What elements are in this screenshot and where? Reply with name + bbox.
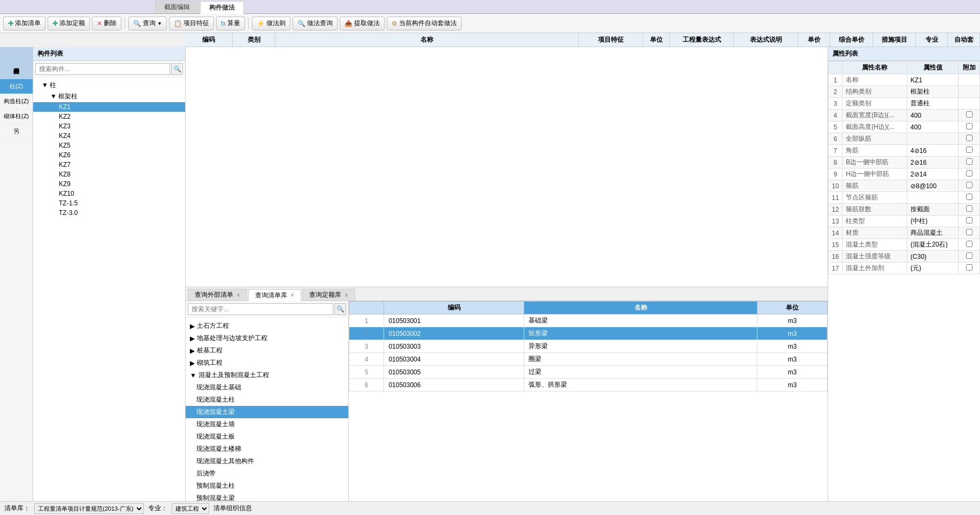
- result-row[interactable]: 5 010503005 过梁 m3: [349, 366, 828, 379]
- close-external-list[interactable]: ×: [236, 291, 240, 299]
- qt-item-concrete[interactable]: ▼混凝土及预制混凝土工程: [186, 369, 348, 381]
- main-table-header: 编码 类别 名称 项目特征 单位 工程量表达式 表达式说明 单价 综合单价 措施…: [185, 33, 980, 47]
- col-category: 类别: [233, 33, 275, 47]
- tree-item-kz7[interactable]: KZ7: [33, 160, 185, 170]
- col-exprdesc: 表达式说明: [734, 33, 798, 47]
- add-quota-button[interactable]: ✚ 添加定额: [48, 17, 90, 30]
- qt-item-precast-beam[interactable]: 预制混凝土梁: [186, 492, 348, 501]
- close-query-list[interactable]: ×: [290, 291, 294, 299]
- result-col-num: [349, 302, 384, 314]
- props-row: 1 名称 KZ1: [829, 74, 980, 86]
- add-list-button[interactable]: ✚ 添加清单: [3, 17, 45, 30]
- tree-item-kz2[interactable]: KZ2: [33, 112, 185, 121]
- tree-item-tz30[interactable]: TZ-3.0: [33, 208, 185, 218]
- tree-item-kuangjia[interactable]: ▼ 框架柱: [33, 91, 185, 102]
- bottom-area: 查询外部清单 × 查询清单库 × 查询定额库 ×: [186, 287, 828, 501]
- result-row[interactable]: 2 010503002 矩形梁 m3: [349, 327, 828, 340]
- component-search-bar: 🔍: [33, 61, 185, 78]
- qt-item-cast-other[interactable]: 现浇混凝土其他构件: [186, 455, 348, 467]
- props-row: 10 箍筋 ⊘8@100: [829, 180, 980, 192]
- tree-item-tz15[interactable]: TZ-1.5: [33, 198, 185, 208]
- rule-query-button[interactable]: 🔍 做法查询: [293, 17, 338, 30]
- query-search-button[interactable]: 🔍: [334, 303, 346, 315]
- query-button[interactable]: 🔍 查询 ▼: [128, 17, 167, 30]
- tree-item-kz10[interactable]: KZ10: [33, 189, 185, 198]
- extract-button[interactable]: 📤 提取做法: [340, 17, 385, 30]
- qt-item-pile[interactable]: ▶桩基工程: [186, 344, 348, 357]
- qt-item-cast-slab[interactable]: 现浇混凝土板: [186, 431, 348, 443]
- tree-item-kz8[interactable]: KZ8: [33, 170, 185, 179]
- rule-button[interactable]: ⚡ 做法则: [252, 17, 290, 30]
- qt-item-precast-column[interactable]: 预制混凝土柱: [186, 480, 348, 492]
- qt-item-cast-beam[interactable]: 现浇混凝土梁: [186, 406, 348, 418]
- props-row: 3 定额类别 普通柱: [829, 98, 980, 110]
- tree-item-kz6[interactable]: KZ6: [33, 150, 185, 160]
- list-db-select[interactable]: 工程量清单项目计量规范(2013-广东): [34, 503, 144, 514]
- props-panel-title: 属性列表: [828, 47, 980, 61]
- specialty-select[interactable]: 建筑工程: [172, 503, 209, 514]
- qt-item-cast-wall[interactable]: 现浇混凝土墙: [186, 418, 348, 431]
- tab-query-quota-db[interactable]: 查询定额库 ×: [302, 289, 355, 301]
- query-search-bar: 🔍: [186, 301, 348, 318]
- calc-icon: fx: [221, 20, 226, 27]
- result-row[interactable]: 3 010503003 异形梁 m3: [349, 340, 828, 353]
- result-col-name: 名称: [524, 302, 757, 314]
- tree-item-kz5[interactable]: KZ5: [33, 141, 185, 150]
- props-row: 13 柱类型 (中柱): [829, 216, 980, 227]
- props-row: 9 H边一侧中部筋 2⊘14: [829, 168, 980, 180]
- component-search-button[interactable]: 🔍: [171, 63, 183, 75]
- col-unitprice: 单价: [798, 33, 830, 47]
- props-row: 14 材质 商品混凝土: [829, 227, 980, 239]
- tab-section-edit[interactable]: 截面编辑: [155, 1, 199, 13]
- props-row: 8 B边一侧中部筋 2⊘16: [829, 157, 980, 168]
- tab-component-method[interactable]: 构件做法: [200, 1, 244, 14]
- add2-icon: ✚: [52, 20, 58, 27]
- tree-item-kz1[interactable]: KZ1: [33, 102, 185, 112]
- type-construct-column[interactable]: 构造柱(Z): [0, 94, 33, 109]
- result-row[interactable]: 6 010503006 弧形、拱形梁 m3: [349, 379, 828, 391]
- query-search-input[interactable]: [188, 303, 333, 315]
- bottom-tab-bar: 查询外部清单 × 查询清单库 × 查询定额库 ×: [186, 287, 828, 301]
- rule-icon: ⚡: [257, 20, 265, 27]
- delete-icon: ✕: [97, 20, 102, 27]
- qt-item-cast-stair[interactable]: 现浇混凝土楼梯: [186, 443, 348, 455]
- qt-item-earthwork[interactable]: ▶土石方工程: [186, 320, 348, 332]
- tree-item-zhu[interactable]: ▼ 柱: [33, 80, 185, 91]
- close-query-quota[interactable]: ×: [344, 291, 348, 299]
- qt-item-post-pour[interactable]: 后浇带: [186, 467, 348, 480]
- qt-item-foundation-support[interactable]: ▶地基处理与边坡支护工程: [186, 332, 348, 344]
- delete-button[interactable]: ✕ 删除: [92, 17, 121, 30]
- tab-query-list-db[interactable]: 查询清单库 ×: [248, 289, 301, 301]
- tree-item-kz4[interactable]: KZ4: [33, 131, 185, 141]
- props-row: 16 混凝土强度等级 (C30): [829, 251, 980, 263]
- center-panel: 查询外部清单 × 查询清单库 × 查询定额库 ×: [186, 47, 828, 501]
- col-name: 名称: [275, 33, 579, 47]
- type-other[interactable]: 另: [0, 124, 33, 139]
- tree-item-kz3[interactable]: KZ3: [33, 121, 185, 131]
- type-masonry-column[interactable]: 砌体柱(Z): [0, 109, 33, 124]
- col-feature: 项目特征: [579, 33, 643, 47]
- col-code: 编码: [185, 33, 233, 47]
- tab-external-list[interactable]: 查询外部清单 ×: [188, 289, 247, 301]
- list-org-info: 清单组织信息: [213, 504, 252, 513]
- component-list-panel: 构件列表 🔍 ▼ 柱 ▼ 框架柱 KZ1 KZ2 KZ3 KZ4 KZ5 KZ6…: [33, 47, 186, 501]
- props-col-num: [829, 62, 843, 74]
- qt-item-cast-column[interactable]: 现浇混凝土柱: [186, 394, 348, 406]
- result-row[interactable]: 1 010503001 基础梁 m3: [349, 314, 828, 327]
- component-search-input[interactable]: [35, 63, 170, 75]
- col-unit: 单位: [643, 33, 670, 47]
- tree-item-kz9[interactable]: KZ9: [33, 179, 185, 189]
- feature-button[interactable]: 📋 项目特征: [169, 17, 214, 30]
- calc-button[interactable]: fx 算量: [216, 17, 245, 30]
- qt-item-masonry[interactable]: ▶砌筑工程: [186, 357, 348, 369]
- result-col-unit: 单位: [757, 302, 828, 314]
- qt-item-cast-foundation[interactable]: 现浇混凝土基础: [186, 381, 348, 394]
- search-icon: 🔍: [133, 20, 141, 27]
- col-expr: 工程量表达式: [670, 33, 734, 47]
- type-column[interactable]: 柱(Z): [0, 79, 33, 94]
- props-col-name: 属性名称: [843, 62, 907, 74]
- props-row: 4 截面宽度(B边)(... 400: [829, 110, 980, 121]
- result-row[interactable]: 4 010503004 圈梁 m3: [349, 353, 828, 366]
- auto-apply-button[interactable]: ⚙ 当前构件自动套做法: [387, 17, 462, 30]
- props-row: 11 节点区箍筋: [829, 192, 980, 204]
